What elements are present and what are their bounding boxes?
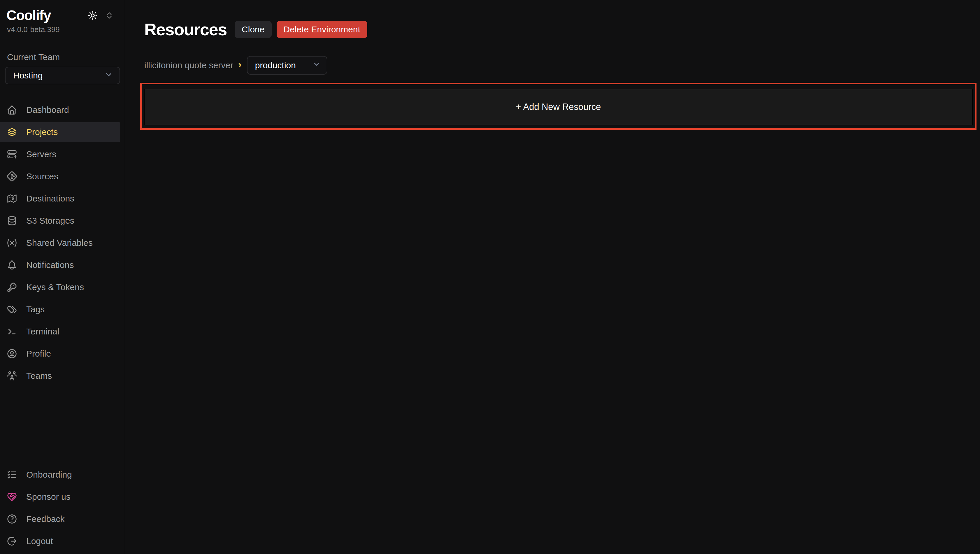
- sidebar-item-label: Projects: [26, 127, 58, 137]
- breadcrumb-project-link[interactable]: illicitonion quote server: [144, 60, 233, 70]
- onboarding-icon: [6, 469, 18, 480]
- sidebar-item-profile[interactable]: Profile: [0, 344, 120, 364]
- profile-icon: [6, 348, 18, 359]
- page-header: Resources Clone Delete Environment: [126, 0, 980, 50]
- sidebar-item-s3-storages[interactable]: S3 Storages: [0, 211, 120, 231]
- sidebar: Coolify v4.0.0-beta.399 Current Team Hos…: [0, 0, 125, 554]
- feedback-icon: [6, 513, 18, 525]
- server-icon: [6, 149, 18, 160]
- environment-select[interactable]: production: [247, 56, 327, 75]
- sidebar-item-label: S3 Storages: [26, 216, 74, 226]
- terminal-icon: [6, 326, 18, 337]
- team-select[interactable]: Hosting: [5, 67, 120, 84]
- sidebar-item-label: Sources: [26, 172, 58, 181]
- sidebar-item-notifications[interactable]: Notifications: [0, 255, 120, 275]
- sidebar-item-label: Profile: [26, 349, 51, 359]
- breadcrumb-chevron-icon: ›: [233, 60, 246, 70]
- sidebar-item-label: Teams: [26, 371, 52, 381]
- sponsor-heart-icon: [6, 491, 18, 502]
- sidebar-item-label: Shared Variables: [26, 238, 93, 248]
- sidebar-item-label: Servers: [26, 149, 56, 159]
- map-icon: [6, 193, 18, 204]
- sidebar-item-label: Destinations: [26, 194, 74, 204]
- layers-icon: [6, 127, 18, 138]
- sidebar-item-onboarding[interactable]: Onboarding: [0, 465, 120, 485]
- clone-button[interactable]: Clone: [235, 21, 271, 38]
- database-icon: [6, 215, 18, 226]
- sidebar-nav: DashboardProjectsServersSourcesDestinati…: [0, 100, 125, 388]
- sidebar-item-destinations[interactable]: Destinations: [0, 189, 120, 209]
- current-team-label: Current Team: [7, 52, 125, 62]
- breadcrumb: illicitonion quote server › production: [126, 50, 980, 75]
- page-title: Resources: [144, 20, 227, 39]
- sidebar-item-tags[interactable]: Tags: [0, 299, 120, 319]
- sidebar-footer-nav: OnboardingSponsor usFeedbackLogout: [0, 465, 125, 554]
- teams-icon: [6, 370, 18, 381]
- delete-environment-button[interactable]: Delete Environment: [277, 21, 367, 38]
- sidebar-item-label: Sponsor us: [26, 492, 70, 502]
- sidebar-item-label: Notifications: [26, 260, 74, 270]
- sidebar-item-terminal[interactable]: Terminal: [0, 322, 120, 341]
- environment-select-value: production: [255, 60, 296, 70]
- version-selector-icon[interactable]: [105, 11, 114, 20]
- chevron-down-icon: [104, 70, 113, 81]
- sidebar-item-projects[interactable]: Projects: [0, 122, 120, 142]
- logo-icons: [87, 10, 114, 21]
- add-new-resource-button[interactable]: + Add New Resource: [144, 89, 973, 126]
- sidebar-item-keys-tokens[interactable]: Keys & Tokens: [0, 277, 120, 297]
- sidebar-item-label: Onboarding: [26, 470, 72, 480]
- sidebar-item-label: Feedback: [26, 514, 65, 524]
- sidebar-item-label: Dashboard: [26, 105, 69, 115]
- git-icon: [6, 171, 18, 182]
- sidebar-item-sources[interactable]: Sources: [0, 167, 120, 186]
- tags-icon: [6, 304, 18, 315]
- sidebar-item-servers[interactable]: Servers: [0, 144, 120, 164]
- sidebar-item-teams[interactable]: Teams: [0, 366, 120, 386]
- main-content: Resources Clone Delete Environment illic…: [126, 0, 980, 554]
- variables-icon: [6, 237, 18, 248]
- theme-toggle-sun-icon[interactable]: [87, 10, 99, 21]
- logo-row: Coolify: [0, 0, 125, 23]
- home-icon: [6, 104, 18, 115]
- sidebar-item-label: Logout: [26, 536, 53, 546]
- sidebar-item-sponsor-us[interactable]: Sponsor us: [0, 487, 120, 507]
- bell-icon: [6, 259, 18, 271]
- sidebar-item-label: Terminal: [26, 326, 59, 336]
- sidebar-item-shared-variables[interactable]: Shared Variables: [0, 233, 120, 253]
- annotation-highlight-box: + Add New Resource: [140, 83, 977, 130]
- sidebar-item-label: Tags: [26, 304, 45, 314]
- chevron-down-icon: [312, 60, 321, 70]
- key-icon: [6, 282, 18, 293]
- sidebar-item-label: Keys & Tokens: [26, 282, 84, 292]
- sidebar-item-feedback[interactable]: Feedback: [0, 509, 120, 529]
- logout-icon: [6, 536, 18, 547]
- team-select-value: Hosting: [13, 70, 43, 81]
- app-version: v4.0.0-beta.399: [0, 23, 125, 34]
- sidebar-item-logout[interactable]: Logout: [0, 531, 120, 551]
- sidebar-item-dashboard[interactable]: Dashboard: [0, 100, 120, 120]
- app-logo: Coolify: [6, 8, 51, 23]
